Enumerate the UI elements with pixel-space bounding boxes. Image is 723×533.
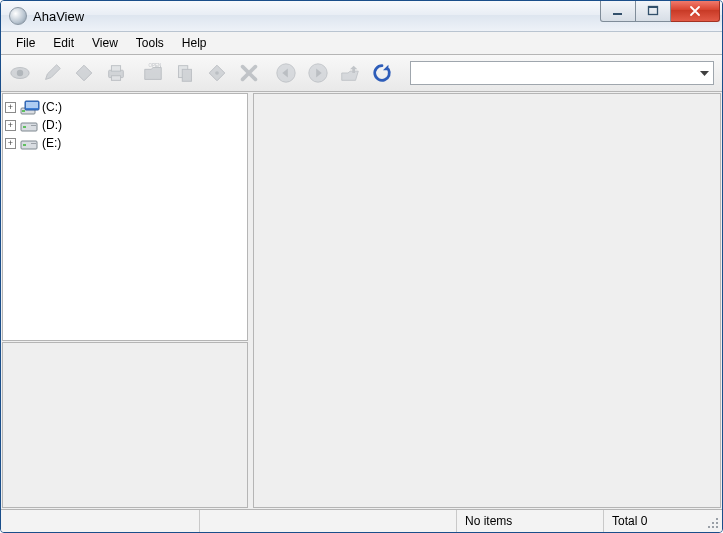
drive-system-icon [20, 100, 38, 114]
svg-rect-22 [31, 125, 36, 126]
svg-rect-21 [23, 126, 26, 128]
svg-rect-24 [23, 144, 26, 146]
tree-label: (E:) [40, 136, 61, 150]
tree-item-d[interactable]: (D:) [5, 116, 245, 134]
svg-rect-19 [26, 102, 38, 108]
expand-icon[interactable] [5, 120, 16, 131]
svg-rect-26 [716, 518, 718, 520]
close-button[interactable] [671, 1, 720, 22]
status-left [1, 510, 200, 532]
menu-help[interactable]: Help [173, 32, 216, 54]
window-controls [600, 1, 722, 31]
svg-rect-7 [111, 66, 120, 72]
svg-point-13 [215, 71, 219, 75]
drive-hdd-icon [20, 136, 38, 150]
expand-icon[interactable] [5, 102, 16, 113]
title-bar[interactable]: AhaView [1, 1, 722, 32]
status-total: Total 0 [604, 510, 700, 532]
menu-tools[interactable]: Tools [127, 32, 173, 54]
open-icon[interactable]: OPEN [138, 58, 168, 88]
svg-rect-28 [716, 522, 718, 524]
tree-item-c[interactable]: (C:) [5, 98, 245, 116]
delete-icon[interactable] [234, 58, 264, 88]
folder-tree[interactable]: (C:) (D:) (E:) [2, 93, 248, 341]
app-icon [9, 7, 27, 25]
drive-hdd-icon [20, 118, 38, 132]
edit-icon[interactable] [37, 58, 67, 88]
thumbnail-pane[interactable] [253, 93, 721, 508]
chevron-down-icon[interactable] [700, 66, 709, 80]
menu-view[interactable]: View [83, 32, 127, 54]
svg-rect-17 [22, 110, 25, 112]
svg-rect-8 [111, 76, 120, 81]
up-icon[interactable] [335, 58, 365, 88]
svg-rect-11 [182, 69, 191, 81]
refresh-icon[interactable] [367, 58, 397, 88]
svg-rect-25 [31, 143, 36, 144]
svg-rect-31 [716, 526, 718, 528]
preview-pane [2, 342, 248, 508]
minimize-button[interactable] [600, 1, 636, 22]
menu-file[interactable]: File [7, 32, 44, 54]
menu-edit[interactable]: Edit [44, 32, 83, 54]
svg-rect-2 [648, 6, 658, 8]
properties-icon[interactable] [202, 58, 232, 88]
status-bar: No items Total 0 [1, 509, 722, 532]
svg-rect-29 [708, 526, 710, 528]
client-area: (C:) (D:) (E:) [1, 92, 722, 509]
tree-label: (C:) [40, 100, 62, 114]
rotate-left-icon[interactable] [69, 58, 99, 88]
menu-bar: File Edit View Tools Help [1, 32, 722, 55]
copy-icon[interactable] [170, 58, 200, 88]
app-window: AhaView File Edit View Tools Help [0, 0, 723, 533]
svg-point-4 [17, 70, 23, 76]
tree-label: (D:) [40, 118, 62, 132]
svg-rect-0 [613, 13, 622, 15]
svg-rect-30 [712, 526, 714, 528]
print-icon[interactable] [101, 58, 131, 88]
view-icon[interactable] [5, 58, 35, 88]
svg-text:OPEN: OPEN [148, 63, 161, 68]
resize-grip[interactable] [700, 510, 722, 532]
back-icon[interactable] [271, 58, 301, 88]
expand-icon[interactable] [5, 138, 16, 149]
status-mid [200, 510, 457, 532]
forward-icon[interactable] [303, 58, 333, 88]
maximize-button[interactable] [636, 1, 671, 22]
toolbar: OPEN [1, 55, 722, 92]
svg-rect-27 [712, 522, 714, 524]
tree-item-e[interactable]: (E:) [5, 134, 245, 152]
window-title: AhaView [33, 9, 84, 24]
status-items: No items [457, 510, 604, 532]
path-combobox[interactable] [410, 61, 714, 85]
svg-rect-5 [76, 65, 92, 81]
